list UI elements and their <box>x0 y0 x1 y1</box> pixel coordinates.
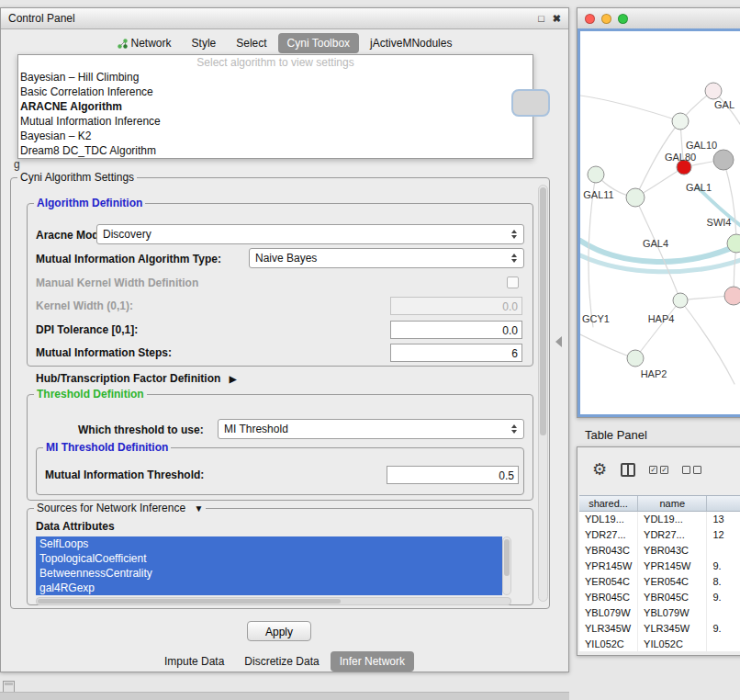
algorithm-option-bayesian-hill-climbing[interactable]: Bayesian – Hill Climbing <box>18 70 533 85</box>
table-row[interactable]: YER054CYER054C8. <box>579 574 740 590</box>
attributes-hscrollbar[interactable] <box>36 597 511 605</box>
network-node[interactable] <box>626 188 645 207</box>
network-node[interactable] <box>673 293 688 308</box>
attribute-item-gal4rgexp[interactable]: gal4RGexp <box>36 581 502 595</box>
tab-discretize-data[interactable]: Discretize Data <box>235 651 328 672</box>
settings-scrollbar-thumb[interactable] <box>540 187 546 435</box>
table-cell[interactable]: YBL079W <box>579 605 638 621</box>
tab-select[interactable]: Select <box>227 33 275 53</box>
show-checked-columns-icon[interactable]: ✓✓ <box>649 466 668 474</box>
bottom-scrollbar[interactable] <box>0 692 569 700</box>
attribute-item-selfloops[interactable]: SelfLoops <box>36 536 502 551</box>
hide-columns-icon[interactable] <box>682 466 701 474</box>
table-cell[interactable]: 9. <box>707 621 740 637</box>
network-node[interactable] <box>724 287 740 305</box>
table-cell[interactable]: YBR043C <box>579 543 638 559</box>
table-cell[interactable]: YDR27... <box>638 527 707 543</box>
minimize-window-button[interactable] <box>601 14 611 24</box>
table-cell[interactable]: YLR345W <box>579 621 638 637</box>
algorithm-placeholder[interactable]: Select algorithm to view settings <box>18 55 533 70</box>
float-window-icon[interactable]: □ <box>538 13 544 24</box>
table-row[interactable]: YLR345WYLR345W9. <box>579 621 740 637</box>
table-cell[interactable]: 8. <box>707 574 740 590</box>
kernel-width-field[interactable]: 0.0 <box>390 297 522 315</box>
table-row[interactable]: YBR043CYBR043C <box>579 543 740 559</box>
control-panel-titlebar[interactable]: Control Panel □ ✖ <box>1 8 568 29</box>
column-header-shared[interactable]: shared... <box>579 496 638 511</box>
table-cell[interactable]: YIL052C <box>579 637 638 651</box>
table-cell[interactable]: YPR145W <box>579 559 638 574</box>
algorithm-option-dream8-dc-tdc-algorithm[interactable]: Dream8 DC_TDC Algorithm <box>18 143 533 158</box>
table-cell[interactable]: YBR045C <box>579 590 638 605</box>
table-cell[interactable]: YIL052C <box>638 637 707 651</box>
combo-arrows-icon <box>508 230 521 239</box>
mi-steps-field[interactable]: 6 <box>390 344 522 362</box>
table-row[interactable]: YBL079WYBL079W <box>579 605 740 621</box>
network-node[interactable] <box>627 350 644 367</box>
network-canvas[interactable]: GALGAL80GAL10GAL11GAL1SWI4GAL4GCY1HAP4HA… <box>580 31 740 417</box>
dpi-tolerance-field[interactable]: 0.0 <box>390 321 522 339</box>
panel-divider-handle[interactable] <box>555 336 562 347</box>
attribute-item-betweennesscentrality[interactable]: BetweennessCentrality <box>36 566 502 581</box>
table-cell[interactable] <box>707 543 740 559</box>
table-cell[interactable]: 9. <box>707 559 740 574</box>
network-window-titlebar[interactable] <box>577 8 740 29</box>
algorithm-option-basic-correlation-inference[interactable]: Basic Correlation Inference <box>18 85 533 99</box>
apply-button[interactable]: Apply <box>247 621 311 641</box>
table-cell[interactable]: YPR145W <box>638 559 707 574</box>
close-window-button[interactable] <box>585 14 595 24</box>
algorithm-option-bayesian-k2[interactable]: Bayesian – K2 <box>18 129 533 143</box>
sources-toggle[interactable]: Sources for Network Inference ▼ <box>34 502 206 514</box>
table-row[interactable]: YDR27...YDR27...12 <box>579 527 740 543</box>
table-row[interactable]: YDL19...YDL19...13 <box>579 512 740 527</box>
column-selector-icon[interactable] <box>621 463 635 477</box>
table-row[interactable]: YPR145WYPR145W9. <box>579 559 740 574</box>
table-cell[interactable]: 9. <box>707 590 740 605</box>
table-gear-icon[interactable]: ⚙ <box>592 461 607 478</box>
network-view[interactable]: GALGAL80GAL10GAL11GAL1SWI4GAL4GCY1HAP4HA… <box>577 28 740 417</box>
hub-definition-toggle[interactable]: Hub/Transcription Factor Definition ▶ <box>36 372 236 385</box>
network-node[interactable] <box>588 166 604 183</box>
mi-threshold-field[interactable]: 0.5 <box>387 466 519 484</box>
algorithm-option-mutual-information-inference[interactable]: Mutual Information Inference <box>18 114 533 129</box>
table-cell[interactable]: YBR043C <box>638 543 707 559</box>
table-cell[interactable]: YDL19... <box>638 512 707 527</box>
zoom-window-button[interactable] <box>618 14 628 24</box>
table-cell[interactable]: YDR27... <box>579 527 638 543</box>
table-cell[interactable]: YLR345W <box>638 621 707 637</box>
table-row[interactable]: YIL052CYIL052C <box>579 637 740 651</box>
table-cell[interactable] <box>707 637 740 651</box>
algorithm-option-aracne-algorithm[interactable]: ARACNE Algorithm <box>18 99 533 114</box>
mi-type-select[interactable]: Naive Bayes <box>249 248 524 268</box>
network-node[interactable] <box>713 150 734 170</box>
tab-impute-data[interactable]: Impute Data <box>155 651 233 672</box>
which-threshold-select[interactable]: MI Threshold <box>218 419 524 439</box>
close-icon[interactable]: ✖ <box>553 13 561 25</box>
tab-style[interactable]: Style <box>183 33 226 53</box>
tab-infer-network[interactable]: Infer Network <box>331 651 414 672</box>
table-cell[interactable]: YER054C <box>579 574 638 590</box>
tab-network[interactable]: Network <box>108 33 181 53</box>
tab-cyni-toolbox[interactable]: Cyni Toolbox <box>278 33 359 53</box>
tab-jactivemnodules[interactable]: jActiveMNodules <box>361 33 461 53</box>
network-node[interactable] <box>705 83 722 99</box>
focused-button-fragment[interactable] <box>511 89 550 117</box>
table-cell[interactable]: YBR045C <box>638 590 707 605</box>
table-cell[interactable]: YBL079W <box>638 605 707 621</box>
attribute-item-topologicalcoefficient[interactable]: TopologicalCoefficient <box>36 551 502 566</box>
table-cell[interactable]: 13 <box>707 512 740 527</box>
table-cell[interactable]: YDL19... <box>579 512 638 527</box>
table-row[interactable]: YBR045CYBR045C9. <box>579 590 740 605</box>
column-header-col2[interactable] <box>707 496 740 511</box>
manual-kernel-checkbox[interactable] <box>507 277 519 288</box>
network-node[interactable] <box>672 113 689 130</box>
column-header-name[interactable]: name <box>638 496 707 511</box>
table-cell[interactable]: YER054C <box>638 574 707 590</box>
attributes-hscrollbar-thumb[interactable] <box>38 599 341 604</box>
table-cell[interactable]: 12 <box>707 527 740 543</box>
settings-scrollbar[interactable] <box>538 185 548 602</box>
attributes-scrollbar-thumb[interactable] <box>504 539 510 576</box>
attributes-scrollbar[interactable] <box>502 536 511 595</box>
table-cell[interactable] <box>707 605 740 621</box>
aracne-mode-select[interactable]: Discovery <box>96 224 524 244</box>
